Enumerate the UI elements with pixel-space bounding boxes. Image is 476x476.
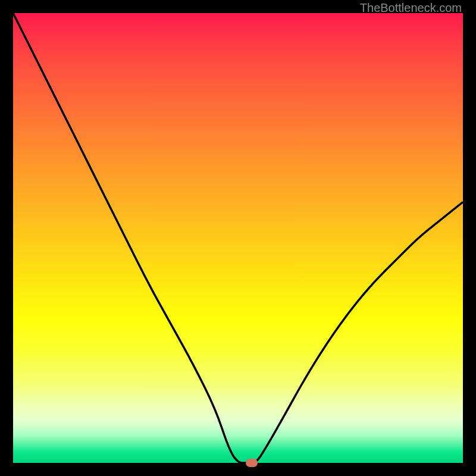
optimal-point-marker xyxy=(246,459,258,467)
bottleneck-curve xyxy=(13,13,463,463)
watermark-text: TheBottleneck.com xyxy=(360,1,462,15)
chart-container: TheBottleneck.com xyxy=(0,0,476,476)
